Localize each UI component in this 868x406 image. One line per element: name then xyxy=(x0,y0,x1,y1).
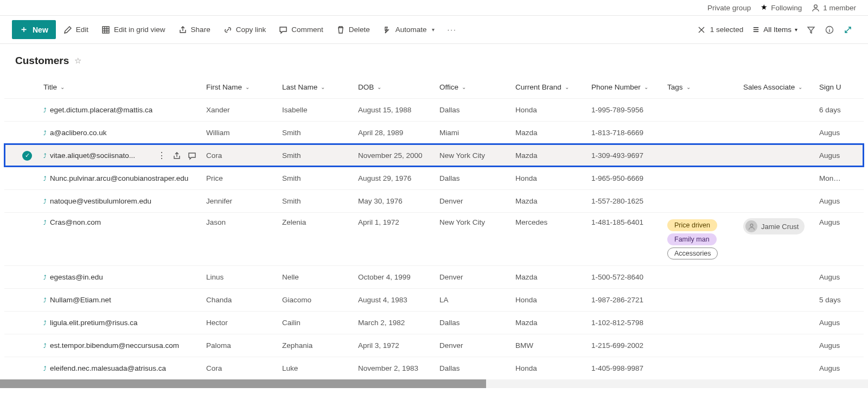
table-row[interactable]: ✓⤴vitae.aliquet@sociisnato...⋮CoraSmithN… xyxy=(4,144,864,167)
cell-brand: Honda xyxy=(515,296,591,304)
row-menu-icon[interactable]: ⋮ xyxy=(157,150,166,161)
tag-pill[interactable]: Family man xyxy=(667,233,717,245)
comment-icon[interactable] xyxy=(188,151,196,160)
cell-phone: 1-500-572-8640 xyxy=(591,273,667,281)
cell-title[interactable]: ⤴a@aclibero.co.uk xyxy=(43,129,206,137)
cell-signup: Augus xyxy=(819,218,846,226)
cell-brand: Mazda xyxy=(515,129,591,137)
cell-signup: Monda xyxy=(819,174,846,182)
cell-lastname: Giacomo xyxy=(282,296,358,304)
share-button[interactable]: Share xyxy=(173,22,216,37)
expand-button[interactable] xyxy=(840,26,856,34)
list-container: Title⌄ First Name⌄ Last Name⌄ DOB⌄ Offic… xyxy=(0,75,868,379)
automate-button[interactable]: Automate ▾ xyxy=(378,22,440,37)
cell-title[interactable]: ⤴Cras@non.com xyxy=(43,218,206,226)
pencil-icon xyxy=(63,26,72,34)
table-row[interactable]: ⤴est.tempor.bibendum@neccursusa.comPalom… xyxy=(4,334,864,357)
cell-title[interactable]: ⤴egestas@in.edu xyxy=(43,273,206,281)
cell-title[interactable]: ⤴eget.dictum.placerat@mattis.ca xyxy=(43,106,206,114)
table-row[interactable]: ⤴eget.dictum.placerat@mattis.caXanderIsa… xyxy=(4,98,864,121)
clear-selection-button[interactable]: 1 selected xyxy=(694,26,747,34)
cell-dob: October 4, 1999 xyxy=(358,273,439,281)
members-button[interactable]: 1 member xyxy=(812,4,856,12)
cell-firstname: William xyxy=(206,129,282,137)
delete-button[interactable]: Delete xyxy=(331,22,375,37)
item-type-icon: ⤴ xyxy=(43,130,47,136)
table-row[interactable]: ⤴Cras@non.comJasonZeleniaApril 1, 1972Ne… xyxy=(4,212,864,265)
table-row[interactable]: ⤴Nunc.pulvinar.arcu@conubianostraper.edu… xyxy=(4,167,864,189)
cell-brand: Mazda xyxy=(515,319,591,327)
cell-title[interactable]: ⤴vitae.aliquet@sociisnato...⋮ xyxy=(43,150,206,161)
table-row[interactable]: ⤴ligula.elit.pretium@risus.caHectorCaili… xyxy=(4,311,864,334)
cell-firstname: Jason xyxy=(206,218,282,226)
selected-check-icon[interactable]: ✓ xyxy=(22,151,32,161)
col-dob[interactable]: DOB⌄ xyxy=(358,83,439,91)
table-row[interactable]: ⤴eleifend.nec.malesuada@atrisus.caCoraLu… xyxy=(4,357,864,379)
edit-label: Edit xyxy=(76,26,88,34)
info-icon xyxy=(825,26,834,34)
comment-button[interactable]: Comment xyxy=(273,22,329,37)
cell-office: Denver xyxy=(439,273,515,281)
item-type-icon: ⤴ xyxy=(43,175,47,182)
cell-phone: 1-965-950-6669 xyxy=(591,174,667,182)
table-row[interactable]: ⤴Nullam@Etiam.netChandaGiacomoAugust 4, … xyxy=(4,288,864,311)
favorite-star-icon[interactable]: ☆ xyxy=(74,56,81,66)
col-brand[interactable]: Current Brand⌄ xyxy=(515,83,591,91)
col-title[interactable]: Title⌄ xyxy=(43,83,206,91)
table-row[interactable]: ⤴natoque@vestibulumlorem.eduJenniferSmit… xyxy=(4,189,864,212)
cell-phone: 1-557-280-1625 xyxy=(591,197,667,205)
col-assoc[interactable]: Sales Associate⌄ xyxy=(743,83,819,91)
share-label: Share xyxy=(191,26,210,34)
cell-title[interactable]: ⤴eleifend.nec.malesuada@atrisus.ca xyxy=(43,364,206,372)
overflow-button[interactable]: ··· xyxy=(442,22,462,37)
share-icon[interactable] xyxy=(173,151,181,160)
share-icon xyxy=(178,26,187,34)
cell-dob: April 1, 1972 xyxy=(358,218,439,226)
cell-office: Dallas xyxy=(439,364,515,372)
cell-brand: Mazda xyxy=(515,151,591,160)
list-title-row: Customers ☆ xyxy=(0,44,868,75)
column-header-row: Title⌄ First Name⌄ Last Name⌄ DOB⌄ Offic… xyxy=(4,75,864,98)
cell-office: Dallas xyxy=(439,106,515,114)
col-signup[interactable]: Sign U xyxy=(819,83,846,91)
cell-firstname: Chanda xyxy=(206,296,282,304)
cell-signup: Augus xyxy=(819,341,846,350)
view-selector[interactable]: All Items ▾ xyxy=(749,26,801,34)
edit-button[interactable]: Edit xyxy=(58,22,94,37)
filter-button[interactable] xyxy=(803,26,819,34)
info-button[interactable] xyxy=(821,26,838,34)
col-phone[interactable]: Phone Number⌄ xyxy=(591,83,667,91)
cell-title[interactable]: ⤴ligula.elit.pretium@risus.ca xyxy=(43,319,206,327)
cell-office: Dallas xyxy=(439,319,515,327)
person-pill[interactable]: Jamie Crust xyxy=(743,218,805,234)
cell-signup: Augus xyxy=(819,364,846,372)
col-office[interactable]: Office⌄ xyxy=(439,83,515,91)
cell-firstname: Jennifer xyxy=(206,197,282,205)
grid-edit-button[interactable]: Edit in grid view xyxy=(96,22,171,37)
flow-icon xyxy=(383,26,392,34)
cell-assoc: Jamie Crust xyxy=(743,218,819,234)
cell-dob: April 3, 1972 xyxy=(358,341,439,350)
cell-title[interactable]: ⤴Nullam@Etiam.net xyxy=(43,296,206,304)
cell-signup: 6 days xyxy=(819,106,846,114)
col-lastname[interactable]: Last Name⌄ xyxy=(282,83,358,91)
cell-phone: 1-102-812-5798 xyxy=(591,319,667,327)
cell-title[interactable]: ⤴est.tempor.bibendum@neccursusa.com xyxy=(43,341,206,350)
cell-title[interactable]: ⤴Nunc.pulvinar.arcu@conubianostraper.edu xyxy=(43,174,206,182)
new-button[interactable]: ＋ New xyxy=(12,20,56,39)
tag-pill[interactable]: Price driven xyxy=(667,219,717,231)
cell-firstname: Paloma xyxy=(206,341,282,350)
col-firstname[interactable]: First Name⌄ xyxy=(206,83,282,91)
col-tags[interactable]: Tags⌄ xyxy=(667,83,743,91)
cell-signup: 5 days xyxy=(819,296,846,304)
horizontal-scrollbar[interactable] xyxy=(0,379,868,388)
site-header-meta: Private group ★ Following 1 member xyxy=(0,0,868,15)
cell-lastname: Isabelle xyxy=(282,106,358,114)
copylink-button[interactable]: Copy link xyxy=(218,22,272,37)
follow-button[interactable]: ★ Following xyxy=(761,3,802,12)
cell-title[interactable]: ⤴natoque@vestibulumlorem.edu xyxy=(43,197,206,205)
table-row[interactable]: ⤴egestas@in.eduLinusNelleOctober 4, 1999… xyxy=(4,265,864,288)
cell-phone: 1-987-286-2721 xyxy=(591,296,667,304)
tag-pill[interactable]: Accessories xyxy=(667,248,718,259)
table-row[interactable]: ⤴a@aclibero.co.ukWilliamSmithApril 28, 1… xyxy=(4,121,864,144)
